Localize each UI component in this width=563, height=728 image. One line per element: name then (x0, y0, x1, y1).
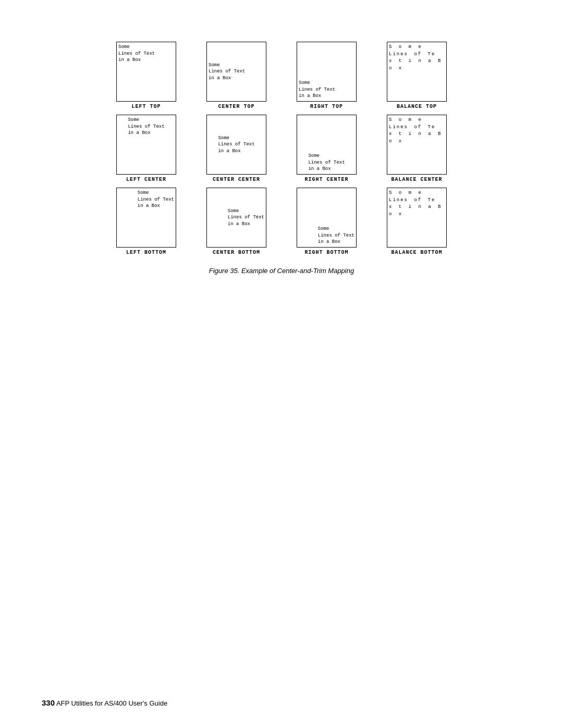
grid-row-1: Some Lines of Text in a BoxLEFT CENTERSo… (94, 115, 469, 182)
box-text-center-center: Some Lines of Text in a Box (216, 133, 256, 156)
box-left-bottom: Some Lines of Text in a Box (116, 188, 176, 248)
box-right-top: Some Lines of Text in a Box (297, 42, 357, 102)
grid-section: Some Lines of Text in a BoxLEFT TOPSome … (94, 42, 469, 255)
label-balance-top: BALANCE TOP (397, 104, 437, 109)
label-balance-bottom: BALANCE BOTTOM (391, 250, 442, 255)
label-center-top: CENTER TOP (218, 104, 254, 109)
box-text-left-top: Some Lines of Text in a Box (117, 42, 156, 65)
box-text-balance-bottom: S o m e Lines of Te x t i n a B o x (387, 188, 446, 219)
grid-row-0: Some Lines of Text in a BoxLEFT TOPSome … (94, 42, 469, 109)
box-text-right-center: Some Lines of Text in a Box (307, 151, 346, 174)
cell-right-top: Some Lines of Text in a BoxRIGHT TOP (286, 42, 367, 109)
box-left-top: Some Lines of Text in a Box (116, 42, 176, 102)
label-left-bottom: LEFT BOTTOM (126, 250, 166, 255)
label-balance-center: BALANCE CENTER (391, 177, 442, 182)
label-left-center: LEFT CENTER (126, 177, 166, 182)
box-text-right-bottom: Some Lines of Text in a Box (316, 224, 356, 247)
box-center-center: Some Lines of Text in a Box (206, 115, 266, 175)
label-right-bottom: RIGHT BOTTOM (304, 250, 348, 255)
label-center-bottom: CENTER BOTTOM (213, 250, 260, 255)
label-center-center: CENTER CENTER (213, 177, 260, 182)
box-center-top: Some Lines of Text in a Box (206, 42, 266, 102)
grid-row-2: Some Lines of Text in a BoxLEFT BOTTOMSo… (94, 188, 469, 255)
box-balance-center: S o m e Lines of Te x t i n a B o x (387, 115, 447, 175)
page-content: Some Lines of Text in a BoxLEFT TOPSome … (0, 0, 563, 306)
box-text-center-top: Some Lines of Text in a Box (207, 60, 247, 83)
page-number: 330 (42, 698, 55, 707)
cell-right-bottom: Some Lines of Text in a BoxRIGHT BOTTOM (286, 188, 367, 255)
cell-balance-top: S o m e Lines of Te x t i n a B o xBALAN… (376, 42, 457, 109)
figure-area: Some Lines of Text in a BoxLEFT TOPSome … (42, 42, 521, 275)
box-right-bottom: Some Lines of Text in a Box (297, 188, 357, 248)
box-text-right-top: Some Lines of Text in a Box (297, 78, 337, 101)
cell-left-center: Some Lines of Text in a BoxLEFT CENTER (106, 115, 187, 182)
box-text-balance-center: S o m e Lines of Te x t i n a B o x (387, 115, 446, 146)
box-balance-bottom: S o m e Lines of Te x t i n a B o x (387, 188, 447, 248)
label-right-top: RIGHT TOP (310, 104, 343, 109)
box-right-center: Some Lines of Text in a Box (297, 115, 357, 175)
box-text-left-bottom: Some Lines of Text in a Box (136, 188, 176, 211)
footer-text: AFP Utilities for AS/400 User's Guide (56, 699, 167, 707)
box-left-center: Some Lines of Text in a Box (116, 115, 176, 175)
box-balance-top: S o m e Lines of Te x t i n a B o x (387, 42, 447, 102)
box-center-bottom: Some Lines of Text in a Box (206, 188, 266, 248)
box-text-center-bottom: Some Lines of Text in a Box (226, 206, 266, 229)
cell-center-center: Some Lines of Text in a BoxCENTER CENTER (196, 115, 277, 182)
cell-center-bottom: Some Lines of Text in a BoxCENTER BOTTOM (196, 188, 277, 255)
cell-left-bottom: Some Lines of Text in a BoxLEFT BOTTOM (106, 188, 187, 255)
cell-balance-center: S o m e Lines of Te x t i n a B o xBALAN… (376, 115, 457, 182)
box-text-left-center: Some Lines of Text in a Box (126, 115, 166, 138)
cell-balance-bottom: S o m e Lines of Te x t i n a B o xBALAN… (376, 188, 457, 255)
label-left-top: LEFT TOP (131, 104, 161, 109)
label-right-center: RIGHT CENTER (304, 177, 348, 182)
box-text-balance-top: S o m e Lines of Te x t i n a B o x (387, 42, 446, 73)
cell-left-top: Some Lines of Text in a BoxLEFT TOP (106, 42, 187, 109)
cell-center-top: Some Lines of Text in a BoxCENTER TOP (196, 42, 277, 109)
page-footer: 330 AFP Utilities for AS/400 User's Guid… (42, 698, 167, 707)
figure-caption: Figure 35. Example of Center-and-Trim Ma… (209, 267, 354, 275)
cell-right-center: Some Lines of Text in a BoxRIGHT CENTER (286, 115, 367, 182)
